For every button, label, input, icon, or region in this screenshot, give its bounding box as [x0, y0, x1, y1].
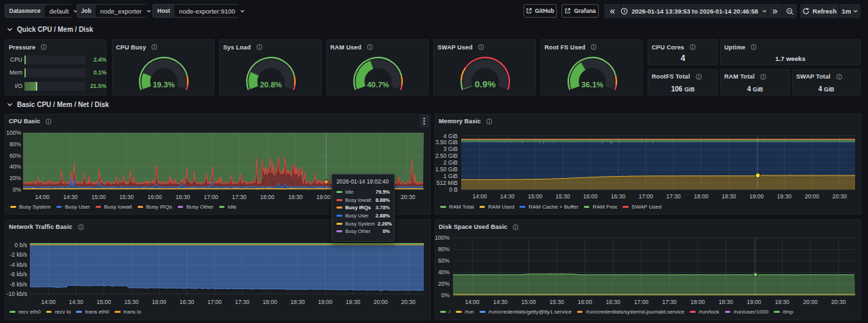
svg-text:40.7%: 40.7% [367, 81, 389, 89]
svg-text:19.3%: 19.3% [153, 81, 175, 89]
svg-text:0.9%: 0.9% [475, 79, 496, 89]
svg-text:20.8%: 20.8% [260, 81, 282, 89]
svg-text:36.1%: 36.1% [581, 81, 604, 89]
